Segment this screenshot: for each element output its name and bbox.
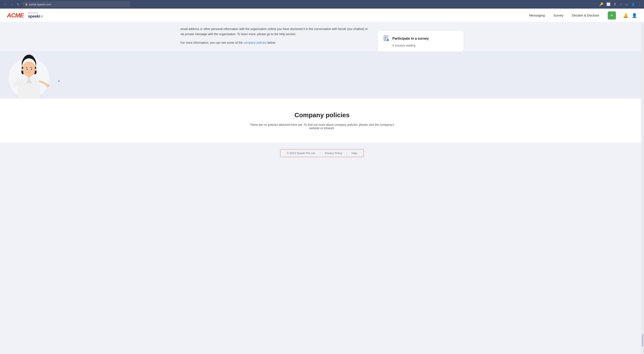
svg-point-16 — [21, 68, 23, 71]
top-section: email address or other personal informat… — [172, 22, 472, 51]
header-actions: + 🔔 👤 — [608, 11, 637, 19]
policies-title: Company policies — [8, 111, 636, 119]
privacy-policy-link[interactable]: Privacy Policy — [325, 152, 342, 155]
add-button[interactable]: + — [608, 11, 616, 19]
svg-rect-2 — [385, 38, 386, 38]
policies-text: For more information, you can see some o… — [180, 40, 369, 45]
user-icon: 👤 — [632, 13, 637, 18]
menu-icon[interactable]: ⋮ — [638, 2, 642, 6]
lightning-icon: ≡ — [40, 14, 43, 19]
plus-decoration-3: + — [58, 79, 60, 83]
scrollbar-thumb[interactable] — [642, 334, 643, 347]
share-icon[interactable]: ⬆ — [614, 2, 616, 6]
svg-text:i: i — [388, 39, 388, 41]
svg-point-11 — [22, 61, 36, 76]
header-nav: Messaging Survey Declare & Disclose — [529, 13, 599, 17]
svg-point-14 — [26, 69, 28, 70]
page-layout: email address or other personal informat… — [0, 22, 644, 354]
survey-nav-item[interactable]: Survey — [554, 13, 564, 17]
speeki-logo: speeki ≡ — [28, 14, 43, 19]
policies-description: There are no policies attached here yet.… — [247, 123, 397, 130]
header-divider — [619, 12, 620, 19]
avatar-container: + + + — [8, 58, 49, 99]
profile-icon[interactable]: 👤 — [631, 2, 635, 6]
browser-chrome: ← → ↻ 🔒 portal.speeki.com 🔑 ⬜ ⬆ ☆ ▭ 👤 ⋮ — [0, 0, 644, 8]
bookmark-icon[interactable]: ☆ — [619, 2, 622, 6]
browser-nav-buttons: ← → ↻ — [2, 2, 20, 7]
speeki-logo-container: Powered by speeki ≡ — [28, 12, 43, 19]
footer-inner: © 2023 Speeki Pte Ltd. | Privacy Policy … — [280, 149, 364, 157]
svg-point-17 — [35, 68, 37, 71]
survey-card-header: i Participate in a survey — [383, 35, 458, 42]
lock-icon: 🔒 — [25, 3, 28, 6]
survey-icon: i — [383, 35, 390, 42]
svg-rect-4 — [385, 39, 386, 40]
url-text: portal.speeki.com — [29, 3, 51, 6]
scrollbar[interactable] — [641, 22, 644, 354]
survey-count: 0 surveys waiting — [383, 44, 458, 47]
footer-separator-2: | — [346, 152, 347, 155]
text-column: email address or other personal informat… — [180, 26, 369, 51]
app-header: ACME Powered by speeki ≡ Messaging Surve… — [0, 8, 644, 22]
policies-section: Company policies There are no policies a… — [0, 99, 644, 143]
notification-bell-button[interactable]: 🔔 — [623, 13, 628, 18]
refresh-button[interactable]: ↻ — [16, 2, 20, 7]
powered-by-text: Powered by — [28, 12, 43, 14]
company-policies-link[interactable]: company policies — [244, 41, 266, 44]
survey-card: i Participate in a survey 0 surveys wait… — [378, 31, 464, 51]
survey-card-title: Participate in a survey — [392, 37, 429, 40]
messaging-nav-item[interactable]: Messaging — [529, 13, 545, 17]
avatar-section: + + + — [0, 51, 644, 99]
declare-disclose-nav-item[interactable]: Declare & Disclose — [572, 13, 599, 17]
privacy-text: email address or other personal informat… — [180, 26, 369, 37]
policies-text-suffix: below. — [267, 41, 276, 44]
logo-section: ACME Powered by speeki ≡ — [7, 12, 43, 19]
address-bar[interactable]: 🔒 portal.speeki.com — [23, 1, 130, 7]
browser-actions: 🔑 ⬜ ⬆ ☆ ▭ 👤 ⋮ — [600, 2, 642, 6]
key-icon[interactable]: 🔑 — [600, 2, 604, 6]
svg-point-15 — [31, 69, 32, 70]
svg-rect-3 — [385, 39, 387, 39]
sidebar-icon[interactable]: ▭ — [625, 2, 628, 6]
bell-icon: 🔔 — [623, 13, 628, 18]
footer-separator-1: | — [320, 152, 320, 155]
acme-logo: ACME — [7, 12, 24, 19]
acme-logo-container: ACME — [7, 12, 24, 19]
svg-rect-1 — [385, 37, 387, 37]
back-button[interactable]: ← — [2, 2, 8, 7]
policies-text-prefix: For more information, you can see some o… — [180, 41, 244, 44]
footer: © 2023 Speeki Pte Ltd. | Privacy Policy … — [0, 143, 644, 164]
right-column: i Participate in a survey 0 surveys wait… — [378, 26, 464, 51]
external-link-icon[interactable]: ⬜ — [606, 2, 610, 6]
avatar-bubble — [8, 58, 49, 99]
help-link[interactable]: Help — [352, 152, 357, 155]
copyright-text: © 2023 Speeki Pte Ltd. — [287, 152, 316, 155]
forward-button[interactable]: → — [9, 2, 14, 7]
user-profile-button[interactable]: 👤 — [632, 13, 637, 18]
